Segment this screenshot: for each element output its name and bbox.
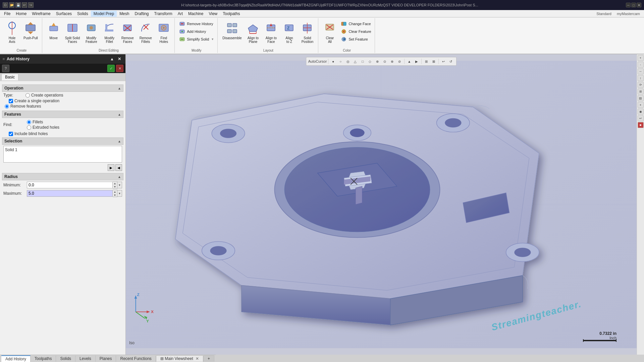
vt-btn-4[interactable]: △ <box>352 58 359 65</box>
viewport[interactable]: AutoCursor ● ○ ◎ △ □ ◇ ⊕ ⊙ ⊗ ⊘ ▲ ▶ ⊞ ⊠ ↩ <box>126 54 637 355</box>
clear-all-button[interactable]: ClearAll <box>321 19 338 48</box>
radius-section-header[interactable]: Radius ▲ <box>2 173 123 180</box>
extruded-holes-option[interactable]: Extruded holes <box>27 125 59 130</box>
rmt-btn-1[interactable]: + <box>638 55 644 61</box>
menu-toolpaths[interactable]: Toolpaths <box>220 11 243 17</box>
rmt-btn-active[interactable]: ■ <box>638 122 644 128</box>
menu-solids[interactable]: Solids <box>74 11 91 17</box>
panel-collapse-button[interactable]: ▲ <box>109 56 115 62</box>
panel-help-button[interactable]: ? <box>2 65 9 72</box>
btab-levels[interactable]: Levels <box>75 356 96 362</box>
single-operation-checkbox[interactable] <box>9 99 13 103</box>
panel-close-button[interactable]: ✕ <box>116 56 123 62</box>
vt-btn-1[interactable]: ● <box>330 58 336 65</box>
undo-icon[interactable]: ↩ <box>22 2 27 8</box>
extruded-holes-radio[interactable] <box>27 125 31 130</box>
disassemble-button[interactable]: Disassemble <box>220 19 244 41</box>
menu-drafting[interactable]: Drafting <box>132 11 151 17</box>
find-holes-button[interactable]: FindHoles <box>155 19 172 45</box>
maximum-dropdown[interactable]: ▼ <box>117 190 122 197</box>
maximum-down[interactable]: ▼ <box>113 193 117 197</box>
rmt-btn-9[interactable]: ◉ <box>638 109 644 115</box>
move-button[interactable]: Move <box>45 19 62 41</box>
btab-solids[interactable]: Solids <box>56 356 75 362</box>
vt-btn-8[interactable]: ⊙ <box>381 58 388 65</box>
vt-btn-7[interactable]: ⊕ <box>374 58 381 65</box>
modify-fillet-button[interactable]: ModifyFillet <box>101 19 118 45</box>
remove-fillets-button[interactable]: RemoveFillets <box>137 19 154 45</box>
add-history-button[interactable]: Add History <box>177 28 215 35</box>
vt-btn-5[interactable]: □ <box>359 58 366 65</box>
rmt-btn-2[interactable]: - <box>638 62 644 68</box>
open-icon[interactable]: 📂 <box>9 2 14 8</box>
remove-features-radio[interactable] <box>5 104 9 109</box>
rmt-btn-8[interactable]: ⌖ <box>638 102 644 108</box>
vt-btn-3[interactable]: ◎ <box>344 58 351 65</box>
align-to-face-button[interactable]: Align toFace <box>262 19 280 45</box>
redo-icon[interactable]: ↪ <box>28 2 34 8</box>
rmt-btn-3[interactable]: ↔ <box>638 68 644 74</box>
vt-btn-10[interactable]: ⊘ <box>396 58 403 65</box>
selection-section-header[interactable]: Selection ▲ <box>2 137 123 145</box>
tab-basic[interactable]: Basic <box>1 74 18 80</box>
vt-btn-12[interactable]: ▶ <box>413 58 420 65</box>
maximize-button[interactable]: □ <box>631 3 636 7</box>
vt-btn-9[interactable]: ⊗ <box>389 58 395 65</box>
rmt-btn-4[interactable]: ↕ <box>638 75 644 81</box>
minimize-button[interactable]: ─ <box>626 3 631 7</box>
vt-btn-2[interactable]: ○ <box>337 58 344 65</box>
vt-btn-15[interactable]: ↩ <box>440 58 447 65</box>
single-operation-row[interactable]: Create a single operation <box>2 99 123 103</box>
push-pull-button[interactable]: Push-Pull <box>21 19 40 41</box>
btab-planes[interactable]: Planes <box>96 356 116 362</box>
panel-cancel-button[interactable]: ✕ <box>116 65 123 72</box>
vt-btn-13[interactable]: ⊞ <box>423 58 430 65</box>
maximum-up[interactable]: ▲ <box>113 190 117 193</box>
clear-feature-button[interactable]: Clear Feature <box>339 28 372 35</box>
menu-surfaces[interactable]: Surfaces <box>53 11 74 17</box>
minimum-dropdown[interactable]: ▼ <box>117 182 122 188</box>
menu-transform[interactable]: Transform <box>152 11 175 17</box>
simplify-dropdown[interactable]: ▼ <box>211 38 214 41</box>
include-blind-row[interactable]: Include blind holes <box>2 131 123 136</box>
vt-btn-14[interactable]: ⊠ <box>430 58 437 65</box>
set-feature-button[interactable]: ★ Set Feature <box>339 36 372 43</box>
rmt-btn-5[interactable]: ⟳ <box>638 82 644 88</box>
rmt-btn-10[interactable]: ↩ <box>638 115 644 121</box>
btab-add-history[interactable]: Add History <box>1 355 31 362</box>
change-face-button[interactable]: Change Face <box>339 20 372 27</box>
maximum-input[interactable] <box>27 190 113 197</box>
rmt-btn-7[interactable]: ▤ <box>638 95 644 101</box>
menu-wireframe[interactable]: Wireframe <box>29 11 53 17</box>
create-operations-radio[interactable] <box>25 93 30 98</box>
remove-history-button[interactable]: Remove History <box>177 20 215 27</box>
vt-btn-16[interactable]: ↺ <box>447 58 454 65</box>
operation-section-header[interactable]: Operation ▲ <box>2 84 123 92</box>
fillets-option[interactable]: Fillets <box>27 120 59 124</box>
remove-faces-button[interactable]: RemoveFaces <box>119 19 136 45</box>
viewport-tab-close[interactable]: ✕ <box>196 356 199 361</box>
modify-feature-button[interactable]: ModifyFeature <box>83 19 100 45</box>
new-icon[interactable]: 🗋 <box>3 2 8 8</box>
split-solid-faces-button[interactable]: Split SolidFaces <box>63 19 82 45</box>
minimum-up[interactable]: ▲ <box>113 182 117 185</box>
align-to-plane-button[interactable]: Align toPlane <box>244 19 262 45</box>
hole-axis-button[interactable]: HoleAxis <box>3 19 21 45</box>
menu-model-prep[interactable]: Model Prep <box>91 11 117 17</box>
menu-machine[interactable]: Machine <box>185 11 206 17</box>
btab-toolpaths[interactable]: Toolpaths <box>31 356 56 362</box>
include-blind-checkbox[interactable] <box>9 132 13 136</box>
panel-ok-button[interactable]: ✓ <box>107 65 115 72</box>
menu-view[interactable]: View <box>206 11 220 17</box>
close-button[interactable]: ✕ <box>637 3 641 7</box>
remove-features-option[interactable]: Remove features <box>3 104 122 109</box>
btab-recent-functions[interactable]: Recent Functions <box>116 356 156 362</box>
menu-art[interactable]: Art <box>175 11 185 17</box>
simplify-solid-button[interactable]: Simplify Solid ▼ <box>177 36 215 43</box>
menu-mesh[interactable]: Mesh <box>117 11 132 17</box>
viewport-tab-main[interactable]: ⊞ Main Viewsheet ✕ <box>156 355 203 362</box>
menu-file[interactable]: File <box>1 11 13 17</box>
menu-home[interactable]: Home <box>13 11 29 17</box>
vt-btn-6[interactable]: ◇ <box>367 58 373 65</box>
minimum-down[interactable]: ▼ <box>113 185 117 188</box>
